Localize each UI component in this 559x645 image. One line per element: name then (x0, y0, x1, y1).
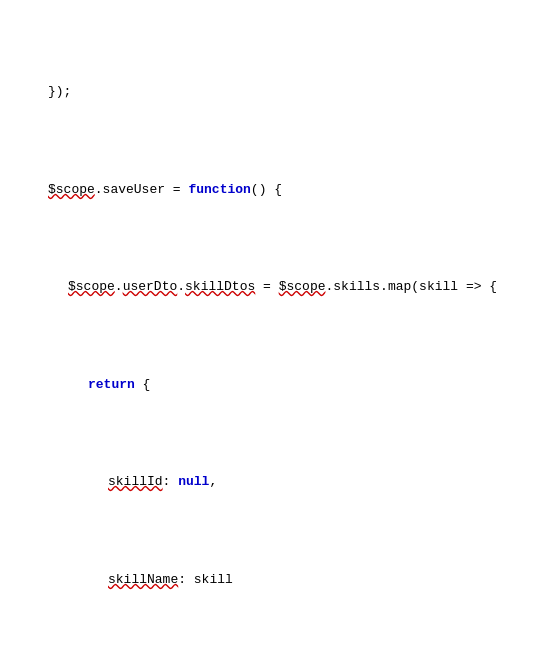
code-line: skillId: null, (0, 472, 559, 492)
code-line: $scope.saveUser = function() { (0, 180, 559, 200)
code-editor: }); $scope.saveUser = function() { $scop… (0, 0, 559, 645)
code-line: return { (0, 375, 559, 395)
code-line: skillName: skill (0, 570, 559, 590)
code-line: }); (0, 82, 559, 102)
code-line: $scope.userDto.skillDtos = $scope.skills… (0, 277, 559, 297)
